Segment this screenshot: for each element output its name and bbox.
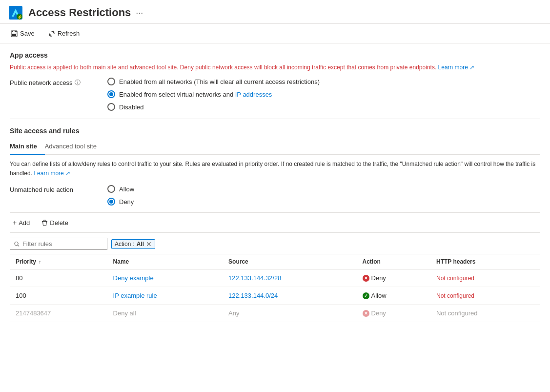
info-icon: ⓘ xyxy=(75,79,81,87)
refresh-label: Refresh xyxy=(58,30,80,37)
radio-select-label: Enabled from select virtual networks and… xyxy=(119,91,272,98)
refresh-icon xyxy=(48,30,55,37)
page-title: Access Restrictions xyxy=(28,6,131,19)
filter-tag-separator: : xyxy=(133,241,134,248)
app-icon: ⚡ xyxy=(8,5,23,21)
tab-main-site[interactable]: Main site xyxy=(10,139,45,155)
row-name: Deny all xyxy=(107,305,223,322)
row-priority: 100 xyxy=(10,287,107,305)
allow-label: Allow xyxy=(371,292,387,299)
public-network-label: Public network access ⓘ xyxy=(10,78,107,87)
tab-advanced-tool-site[interactable]: Advanced tool site xyxy=(45,139,104,155)
add-button[interactable]: + Add xyxy=(10,217,33,228)
row-name: IP example rule xyxy=(107,287,223,305)
col-http-headers: HTTP headers xyxy=(430,254,540,269)
deny-icon-muted: ✕ xyxy=(363,310,369,317)
more-options-button[interactable]: ··· xyxy=(136,8,143,18)
row-source: 122.133.144.0/24 xyxy=(223,287,356,305)
radio-disabled[interactable]: Disabled xyxy=(107,103,320,111)
radio-select-networks[interactable]: Enabled from select virtual networks and… xyxy=(107,90,320,98)
row-priority: 80 xyxy=(10,269,107,287)
row-source-link[interactable]: 122.133.144.32/28 xyxy=(228,274,281,282)
col-action: Action xyxy=(357,254,430,269)
table-body: 80 Deny example 122.133.144.32/28 ✕ Deny… xyxy=(10,269,540,322)
search-icon xyxy=(14,241,20,247)
add-delete-bar: + Add Delete xyxy=(10,212,540,233)
allow-status: ✓ Allow xyxy=(363,292,425,299)
table-row: 100 IP example rule 122.133.144.0/24 ✓ A… xyxy=(10,287,540,305)
delete-button[interactable]: Delete xyxy=(39,217,71,228)
delete-icon xyxy=(41,220,48,226)
toolbar: Save Refresh xyxy=(0,24,550,43)
svg-text:⚡: ⚡ xyxy=(17,14,23,20)
svg-point-10 xyxy=(15,242,18,245)
radio-select-circle xyxy=(107,90,115,98)
row-source-link[interactable]: 122.133.144.0/24 xyxy=(228,292,278,299)
unmatched-allow-label: Allow xyxy=(119,186,134,193)
unmatched-rule-label: Unmatched rule action xyxy=(10,185,107,193)
row-action: ✓ Allow xyxy=(357,287,430,305)
deny-icon: ✕ xyxy=(363,275,369,282)
row-name-link[interactable]: Deny example xyxy=(113,274,154,282)
filter-tag-close-button[interactable]: ✕ xyxy=(146,241,152,248)
unmatched-deny-circle xyxy=(107,198,115,206)
main-content: App access Public access is applied to b… xyxy=(0,43,550,330)
deny-status: ✕ Deny xyxy=(363,274,425,282)
delete-label: Delete xyxy=(50,219,68,227)
unmatched-deny[interactable]: Deny xyxy=(107,198,134,206)
row-action: ✕ Deny xyxy=(357,305,430,322)
app-access-title: App access xyxy=(10,51,540,59)
row-source: 122.133.144.32/28 xyxy=(223,269,356,287)
row-http-headers: Not configured xyxy=(430,305,540,322)
col-priority: Priority ↑ xyxy=(10,254,107,269)
svg-line-11 xyxy=(18,245,19,247)
row-name-link[interactable]: IP example rule xyxy=(113,292,157,299)
save-icon xyxy=(11,30,18,37)
app-access-section: App access Public access is applied to b… xyxy=(10,51,540,111)
app-access-info: Public access is applied to both main si… xyxy=(10,63,540,72)
filter-tag-prefix: Action xyxy=(115,241,131,248)
filter-tag-value: All xyxy=(137,241,144,248)
deny-label-muted: Deny xyxy=(371,309,386,317)
save-button[interactable]: Save xyxy=(8,28,38,39)
filter-bar: Action : All ✕ xyxy=(10,233,540,254)
row-name-muted: Deny all xyxy=(113,309,136,317)
row-source: Any xyxy=(223,305,356,322)
unmatched-allow-circle xyxy=(107,185,115,193)
table-header: Priority ↑ Name Source Action HTTP heade… xyxy=(10,254,540,269)
row-priority: 2147483647 xyxy=(10,305,107,322)
radio-disabled-circle xyxy=(107,103,115,111)
svg-rect-9 xyxy=(43,220,46,221)
unmatched-radio-group: Allow Deny xyxy=(107,185,134,206)
filter-input-container[interactable] xyxy=(10,238,107,250)
row-http-headers: Not configured xyxy=(430,287,540,305)
deny-status-muted: ✕ Deny xyxy=(363,309,425,317)
site-tabs: Main site Advanced tool site xyxy=(10,139,540,155)
radio-disabled-label: Disabled xyxy=(119,103,144,111)
unmatched-rule-row: Unmatched rule action Allow Deny xyxy=(10,185,540,206)
divider-1 xyxy=(10,119,540,119)
table-row: 80 Deny example 122.133.144.32/28 ✕ Deny… xyxy=(10,269,540,287)
svg-rect-7 xyxy=(13,31,15,32)
app-access-learn-more[interactable]: Learn more ↗ xyxy=(438,64,475,71)
site-description: You can define lists of allow/deny rules… xyxy=(10,160,540,178)
row-source-muted: Any xyxy=(228,309,239,317)
unmatched-allow[interactable]: Allow xyxy=(107,185,134,193)
filter-rules-input[interactable] xyxy=(22,240,103,248)
public-network-radio-group: Enabled from all networks (This will cle… xyxy=(107,78,320,111)
col-source: Source xyxy=(223,254,356,269)
public-network-access-row: Public network access ⓘ Enabled from all… xyxy=(10,78,540,111)
col-name: Name xyxy=(107,254,223,269)
table-row: 2147483647 Deny all Any ✕ Deny Not confi… xyxy=(10,305,540,322)
site-learn-more[interactable]: Learn more ↗ xyxy=(34,170,70,177)
rules-table: Priority ↑ Name Source Action HTTP heade… xyxy=(10,254,540,322)
site-access-section: Site access and rules Main site Advanced… xyxy=(10,127,540,322)
unmatched-deny-label: Deny xyxy=(119,198,134,206)
refresh-button[interactable]: Refresh xyxy=(45,28,83,39)
svg-rect-6 xyxy=(12,34,16,36)
save-label: Save xyxy=(20,30,35,37)
radio-all-networks[interactable]: Enabled from all networks (This will cle… xyxy=(107,78,320,85)
radio-all-circle xyxy=(107,78,115,85)
page-header: ⚡ Access Restrictions ··· xyxy=(0,0,550,24)
sort-icon: ↑ xyxy=(39,259,41,265)
